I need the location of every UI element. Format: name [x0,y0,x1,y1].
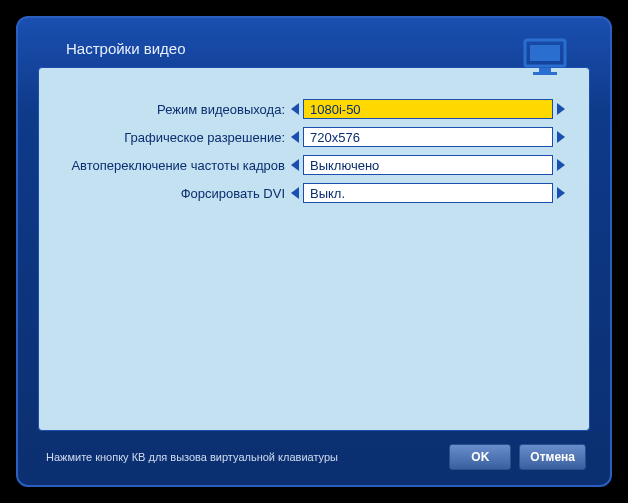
settings-panel: Режим видеовыхода: 1080i-50 Графическое … [38,67,590,431]
svg-marker-10 [291,187,299,199]
svg-marker-4 [291,103,299,115]
settings-rows: Режим видеовыхода: 1080i-50 Графическое … [59,98,569,204]
arrow-left-icon[interactable] [287,99,303,119]
svg-marker-5 [557,103,565,115]
keyboard-hint: Нажмите кнопку КВ для вызова виртуальной… [46,451,338,463]
monitor-icon [521,38,569,78]
cancel-button[interactable]: Отмена [519,444,586,470]
setting-row-graphic-resolution: Графическое разрешение: 720x576 [59,126,569,148]
setting-label: Режим видеовыхода: [59,102,287,117]
setting-row-force-dvi: Форсировать DVI Выкл. [59,182,569,204]
setting-value[interactable]: Выкл. [303,183,553,203]
ok-button[interactable]: OK [449,444,511,470]
page-title: Настройки видео [66,40,590,57]
arrow-right-icon[interactable] [553,183,569,203]
arrow-right-icon[interactable] [553,155,569,175]
setting-row-video-output-mode: Режим видеовыхода: 1080i-50 [59,98,569,120]
svg-marker-9 [557,159,565,171]
footer: Нажмите кнопку КВ для вызова виртуальной… [38,431,590,471]
svg-rect-2 [539,68,551,72]
setting-value[interactable]: 1080i-50 [303,99,553,119]
setting-label: Графическое разрешение: [59,130,287,145]
footer-buttons: OK Отмена [449,444,586,470]
svg-marker-7 [557,131,565,143]
setting-value[interactable]: Выключено [303,155,553,175]
settings-window: Настройки видео Режим видеовыхода: 1080i… [16,16,612,487]
arrow-left-icon[interactable] [287,127,303,147]
arrow-left-icon[interactable] [287,155,303,175]
setting-value[interactable]: 720x576 [303,127,553,147]
svg-rect-3 [533,72,557,75]
setting-label: Автопереключение частоты кадров [59,158,287,173]
svg-rect-1 [530,45,560,61]
arrow-right-icon[interactable] [553,127,569,147]
arrow-right-icon[interactable] [553,99,569,119]
setting-row-auto-framerate: Автопереключение частоты кадров Выключен… [59,154,569,176]
svg-marker-6 [291,131,299,143]
setting-label: Форсировать DVI [59,186,287,201]
svg-marker-8 [291,159,299,171]
arrow-left-icon[interactable] [287,183,303,203]
svg-marker-11 [557,187,565,199]
